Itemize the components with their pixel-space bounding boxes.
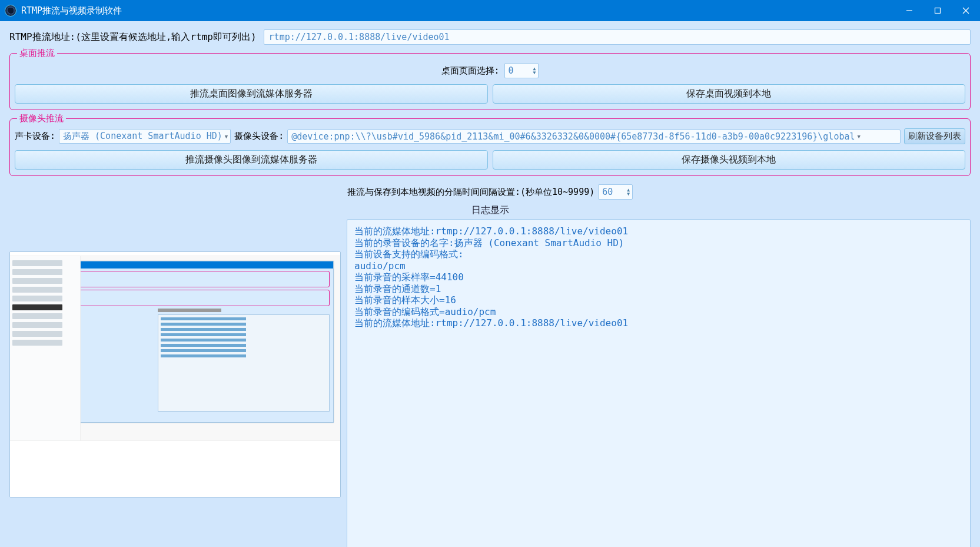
desktop-stream-group: 桌面推流 桌面页面选择: ▲▼ 推流桌面图像到流媒体服务器 保存桌面视频到本地 [9,53,971,110]
camera-device-label: 摄像头设备: [234,131,284,142]
audio-device-value: 扬声器 (Conexant SmartAudio HD) [63,131,222,142]
chevron-down-icon: ▼ [225,134,228,140]
desktop-page-label: 桌面页面选择: [441,65,500,77]
audio-device-label: 声卡设备: [15,131,55,142]
interval-label: 推流与保存到本地视频的分隔时间间隔设置:(秒单位10~9999) [347,187,594,198]
rtmp-address-input[interactable] [264,29,971,45]
desktop-page-value[interactable] [505,64,533,78]
svg-rect-1 [935,8,941,14]
desktop-legend: 桌面推流 [17,48,57,59]
app-icon [5,5,16,16]
preview-panel [9,251,341,498]
close-button[interactable] [952,0,980,21]
camera-device-value: @device:pnp:\\?\usb#vid_5986&pid_2113&mi… [291,131,855,142]
save-camera-button[interactable]: 保存摄像头视频到本地 [493,150,966,170]
desktop-page-spinner[interactable]: ▲▼ [504,63,539,78]
maximize-button[interactable] [923,0,952,21]
save-desktop-button[interactable]: 保存桌面视频到本地 [493,84,966,104]
audio-device-combo[interactable]: 扬声器 (Conexant SmartAudio HD) ▼ [59,129,231,144]
log-output[interactable]: 当前的流媒体地址:rtmp://127.0.0.1:8888/live/vide… [347,219,971,547]
camera-device-combo[interactable]: @device:pnp:\\?\usb#vid_5986&pid_2113&mi… [287,130,901,144]
refresh-devices-button[interactable]: 刷新设备列表 [904,128,965,144]
chevron-down-icon: ▼ [858,134,861,140]
push-desktop-button[interactable]: 推流桌面图像到流媒体服务器 [15,84,488,104]
camera-legend: 摄像头推流 [17,113,66,124]
title-bar: RTMP推流与视频录制软件 [0,0,980,21]
spinner-down-icon[interactable]: ▼ [533,71,536,75]
log-header: 日志显示 [9,204,971,217]
camera-stream-group: 摄像头推流 声卡设备: 扬声器 (Conexant SmartAudio HD)… [9,118,971,176]
window-title: RTMP推流与视频录制软件 [21,5,895,16]
rtmp-address-label: RTMP推流地址:(这里设置有候选地址,输入rtmp即可列出) [9,31,257,44]
interval-spinner[interactable]: ▲▼ [598,184,633,200]
interval-value[interactable] [599,185,627,199]
minimize-button[interactable] [895,0,923,21]
push-camera-button[interactable]: 推流摄像头图像到流媒体服务器 [15,150,488,170]
spinner-down-icon[interactable]: ▼ [627,192,630,196]
